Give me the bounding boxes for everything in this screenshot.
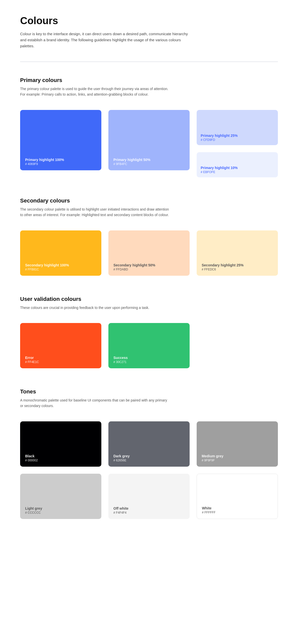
primary-section-title: Primary colours	[20, 77, 278, 84]
primary-100-name: Primary highlight 100%	[25, 158, 64, 162]
primary-100-hex: # 4069F9	[25, 162, 64, 166]
medium-grey-name: Medium grey	[202, 454, 223, 458]
medium-grey-hex: # 9F9F9F	[202, 459, 223, 462]
secondary-section-title: Secondary colours	[20, 197, 278, 204]
secondary-50-info: Secondary highlight 50% # FFDABD	[113, 263, 155, 271]
validation-colour-grid: Error # FF4E1C Success # 30C271	[20, 323, 278, 368]
black-name: Black	[25, 454, 38, 458]
secondary-50-card: Secondary highlight 50% # FFDABD	[108, 230, 190, 276]
secondary-100-info: Secondary highlight 100% # FFB81C	[25, 263, 69, 271]
error-card: Error # FF4E1C	[20, 323, 101, 368]
off-white-info: Off white # F4F4F4	[113, 506, 129, 514]
page-title: Colours	[20, 15, 278, 26]
tones-section-title: Tones	[20, 388, 278, 395]
secondary-colours-section: Secondary colours The secondary colour p…	[20, 197, 278, 276]
success-hex: # 30C271	[113, 360, 128, 364]
primary-50-hex: # 9FB4FC	[113, 162, 150, 166]
medium-grey-info: Medium grey # 9F9F9F	[202, 454, 223, 462]
section-divider	[20, 62, 278, 62]
primary-25-name: Primary highlight 25%	[201, 134, 238, 138]
dark-grey-name: Dark grey	[113, 454, 130, 458]
black-card: Black # 000002	[20, 421, 101, 467]
secondary-25-hex: # FFEDC6	[202, 268, 243, 271]
secondary-colour-grid: Secondary highlight 100% # FFB81C Second…	[20, 230, 278, 276]
validation-section-description: These colours are crucial in providing f…	[20, 305, 171, 310]
primary-section-description: The primary colour palette is used to gu…	[20, 86, 171, 97]
white-name: White	[202, 506, 216, 510]
error-name: Error	[25, 356, 39, 360]
secondary-50-name: Secondary highlight 50%	[113, 263, 155, 267]
primary-25-hex: # CFD9FD	[201, 138, 238, 142]
primary-50-info: Primary highlight 50% # 9FB4FC	[113, 158, 150, 166]
error-info: Error # FF4E1C	[25, 356, 39, 364]
primary-right-column: Primary highlight 25% # CFD9FD Primary h…	[197, 110, 278, 177]
tones-bottom-grid: Light grey # CCCCCC Off white # F4F4F4 W…	[20, 474, 278, 519]
primary-10-hex: # EBFOFE	[201, 170, 238, 174]
light-grey-name: Light grey	[25, 506, 42, 510]
primary-100-info: Primary highlight 100% # 4069F9	[25, 158, 64, 166]
primary-25-card: Primary highlight 25% # CFD9FD	[197, 110, 278, 145]
tones-section-description: A monochromatic palette used for baselin…	[20, 397, 171, 409]
primary-colours-section: Primary colours The primary colour palet…	[20, 77, 278, 177]
off-white-name: Off white	[113, 506, 129, 510]
primary-100-card: Primary highlight 100% # 4069F9	[20, 110, 101, 170]
error-hex: # FF4E1C	[25, 360, 39, 364]
dark-grey-card: Dark grey # 62656E	[108, 421, 190, 467]
off-white-hex: # F4F4F4	[113, 511, 129, 514]
success-info: Success # 30C271	[113, 356, 128, 364]
success-name: Success	[113, 356, 128, 360]
white-info: White # FFFFFF	[202, 506, 216, 514]
page-description: Colour is key to the interface design, i…	[20, 31, 191, 49]
validation-section-title: User validation colours	[20, 296, 278, 302]
primary-10-name: Primary highlight 10%	[201, 166, 238, 170]
success-card: Success # 30C271	[108, 323, 190, 368]
tones-top-grid: Black # 000002 Dark grey # 62656E Medium…	[20, 421, 278, 467]
black-info: Black # 000002	[25, 454, 38, 462]
light-grey-hex: # CCCCCC	[25, 511, 42, 514]
validation-colours-section: User validation colours These colours ar…	[20, 296, 278, 368]
white-card: White # FFFFFF	[197, 474, 278, 519]
dark-grey-hex: # 62656E	[113, 459, 130, 462]
secondary-50-hex: # FFDABD	[113, 268, 155, 271]
light-grey-info: Light grey # CCCCCC	[25, 506, 42, 514]
primary-10-info: Primary highlight 10% # EBFOFE	[201, 166, 238, 174]
secondary-25-info: Secondary highlight 25% # FFEDC6	[202, 263, 243, 271]
secondary-25-name: Secondary highlight 25%	[202, 263, 243, 267]
primary-50-name: Primary highlight 50%	[113, 158, 150, 162]
secondary-100-name: Secondary highlight 100%	[25, 263, 69, 267]
validation-empty-cell	[197, 323, 278, 368]
primary-colour-grid: Primary highlight 100% # 4069F9 Primary …	[20, 110, 278, 177]
secondary-section-description: The secondary colour palette is utilised…	[20, 207, 171, 218]
off-white-card: Off white # F4F4F4	[108, 474, 190, 519]
primary-10-card: Primary highlight 10% # EBFOFE	[197, 152, 278, 177]
tones-section: Tones A monochromatic palette used for b…	[20, 388, 278, 519]
dark-grey-info: Dark grey # 62656E	[113, 454, 130, 462]
black-hex: # 000002	[25, 459, 38, 462]
light-grey-card: Light grey # CCCCCC	[20, 474, 101, 519]
medium-grey-card: Medium grey # 9F9F9F	[197, 421, 278, 467]
secondary-25-card: Secondary highlight 25% # FFEDC6	[197, 230, 278, 276]
secondary-100-hex: # FFB81C	[25, 268, 69, 271]
primary-50-card: Primary highlight 50% # 9FB4FC	[108, 110, 190, 170]
white-hex: # FFFFFF	[202, 511, 216, 514]
primary-25-info: Primary highlight 25% # CFD9FD	[201, 134, 238, 142]
secondary-100-card: Secondary highlight 100% # FFB81C	[20, 230, 101, 276]
